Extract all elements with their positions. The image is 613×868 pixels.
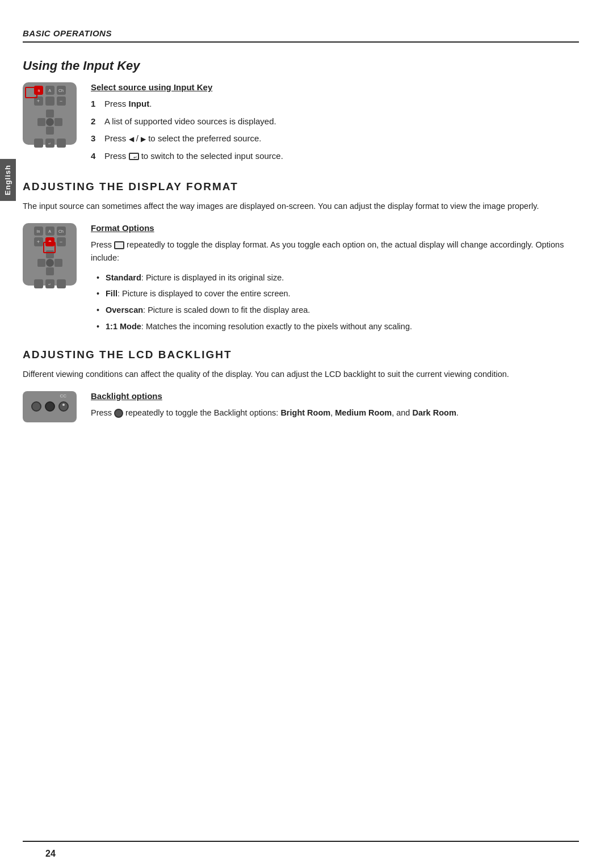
format-bullet-list: Standard: Picture is displayed in its or…	[96, 272, 579, 333]
step-4: 4 Press ↵ to switch to the selected inpu…	[91, 150, 579, 163]
step-1-text: Press Input.	[104, 98, 152, 111]
section1-title: Using the Input Key	[23, 58, 579, 73]
step-4-num: 4	[91, 150, 100, 163]
enter-btn: ↵	[45, 139, 54, 148]
middle-btn	[45, 97, 54, 106]
section1-content: In A Ch + −	[23, 82, 579, 167]
r2-enter-btn: ↵	[45, 279, 54, 288]
format-btn-highlight	[43, 242, 56, 253]
dpad-container	[37, 110, 62, 135]
main-content: BASIC OPERATIONS Using the Input Key In …	[23, 0, 579, 841]
step-1-num: 1	[91, 98, 100, 111]
backlight-icon	[114, 409, 123, 418]
section2-body: Press repeatedly to toggle the display f…	[91, 238, 579, 265]
section1-instructions: Select source using Input Key 1 Press In…	[91, 82, 579, 167]
page-wrapper: English BASIC OPERATIONS Using the Input…	[0, 0, 613, 868]
remote-row-2: + −	[34, 97, 66, 106]
remote2-dpad	[37, 250, 62, 275]
input-highlight	[25, 87, 37, 98]
section2-instructions: Format Options Press repeatedly to toggl…	[91, 223, 579, 337]
step-4-text: Press ↵ to switch to the selected input …	[104, 150, 283, 163]
left-btn	[34, 139, 43, 148]
r2-input-btn: In	[34, 227, 43, 236]
r2-dpad-right	[54, 259, 62, 267]
r2-a-btn: A	[45, 227, 54, 236]
section3-subheading: Backlight options	[91, 391, 579, 401]
r2-dpad-down	[46, 267, 54, 275]
arrow-left-icon	[129, 133, 134, 143]
ch-btn: Ch	[57, 86, 66, 95]
bullet-11mode: 1:1 Mode: Matches the incoming resolutio…	[96, 321, 579, 333]
dpad-center	[46, 118, 54, 126]
section3-heading: ADJUSTING THE LCD BACKLIGHT	[23, 349, 579, 361]
bullet-overscan: Overscan: Picture is scaled down to fit …	[96, 304, 579, 317]
r3-btn3-dot	[62, 404, 65, 406]
r2-left-btn	[34, 279, 43, 288]
step-3-text: Press / to select the preferred source.	[104, 132, 261, 145]
step-3: 3 Press / to select the preferred source…	[91, 132, 579, 145]
r3-btn1	[31, 401, 41, 412]
dpad	[37, 110, 62, 135]
dpad-up	[46, 110, 54, 118]
step-2: 2 A list of supported video sources is d…	[91, 115, 579, 128]
remote-image-2: In A Ch + ⊕ −	[23, 223, 79, 286]
step-1: 1 Press Input.	[91, 98, 579, 111]
section2-content: In A Ch + ⊕ −	[23, 223, 579, 337]
right-btn	[57, 139, 66, 148]
bullet-fill: Fill: Picture is displayed to cover the …	[96, 288, 579, 300]
remote-row-3: ↵	[34, 139, 66, 148]
r2-vol-down: −	[57, 237, 66, 246]
step-2-num: 2	[91, 115, 100, 128]
step-2-text: A list of supported video sources is dis…	[104, 115, 276, 128]
r2-dpad-center	[46, 259, 54, 267]
r3-btn3	[58, 401, 69, 412]
section2-intro: The input source can sometimes affect th…	[23, 200, 579, 213]
vol-down: −	[57, 97, 66, 106]
remote-row-1: In A Ch	[34, 86, 66, 95]
arrow-right-icon	[141, 133, 146, 143]
section2-heading: ADJUSTING THE DISPLAY FORMAT	[23, 181, 579, 193]
bullet-standard: Standard: Picture is displayed in its or…	[96, 272, 579, 284]
a-btn: A	[45, 86, 54, 95]
r2-ch-btn: Ch	[57, 227, 66, 236]
format-icon	[114, 241, 124, 249]
page-number: 24	[45, 849, 56, 859]
section3-instructions: Backlight options Press repeatedly to to…	[91, 391, 579, 426]
remote2-row-3: ↵	[34, 279, 66, 288]
bottom-bar: 24	[45, 842, 579, 868]
remote-image-3: CC	[23, 391, 79, 422]
r2-dpad-left	[37, 259, 45, 267]
r2-vol-up: +	[34, 237, 43, 246]
dpad-left	[37, 118, 45, 126]
enter-icon: ↵	[129, 153, 139, 160]
side-tab-english: English	[0, 159, 16, 201]
remote-graphic-3: CC	[23, 391, 77, 422]
section2-subheading: Format Options	[91, 223, 579, 233]
bottom-area: 24	[23, 841, 579, 868]
remote-image-1: In A Ch + −	[23, 82, 79, 145]
step-3-num: 3	[91, 132, 100, 145]
section3-content: CC Backlight options Press repeatedly to…	[23, 391, 579, 426]
dpad-right	[54, 118, 62, 126]
remote-graphic-2: In A Ch + ⊕ −	[23, 223, 77, 286]
r3-cc-label: CC	[60, 393, 66, 399]
dpad-down	[46, 127, 54, 135]
section3-body: Press repeatedly to toggle the Backlight…	[91, 406, 579, 420]
section1-subheading: Select source using Input Key	[91, 82, 579, 92]
r3-btn2	[45, 401, 55, 412]
r2-right-btn	[57, 279, 66, 288]
remote2-dpad-container	[37, 250, 62, 275]
top-divider	[23, 41, 579, 43]
section-header-basic-operations: BASIC OPERATIONS	[23, 28, 579, 38]
section3-intro: Different viewing conditions can affect …	[23, 368, 579, 381]
remote2-row-1: In A Ch	[34, 227, 66, 236]
